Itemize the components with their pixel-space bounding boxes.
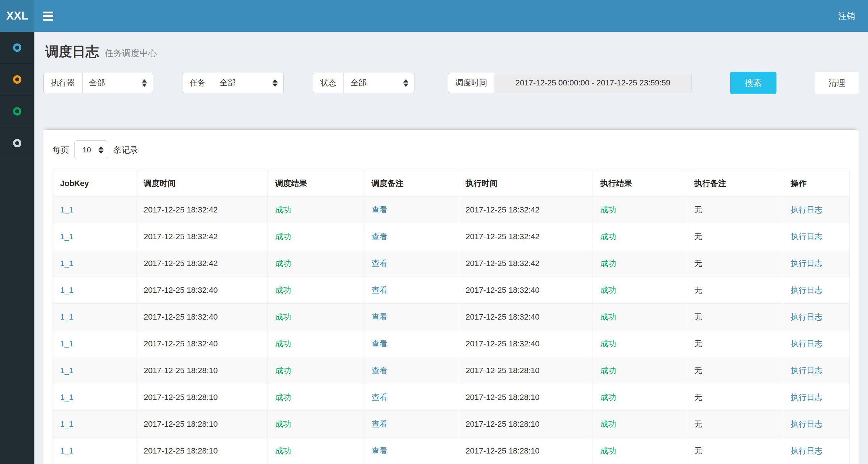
clear-log-button[interactable]: 清理 (815, 72, 859, 94)
select-arrows-icon (98, 146, 104, 154)
trigger-time-range-input[interactable]: 2017-12-25 00:00:00 - 2017-12-25 23:59:5… (494, 73, 692, 93)
trigger-result-text: 成功 (275, 339, 291, 348)
trigger-msg-view-link[interactable]: 查看 (372, 446, 388, 455)
handle-result-text: 成功 (600, 366, 616, 375)
per-page-prefix-label: 每页 (52, 144, 69, 156)
jobkey-link[interactable]: 1_1 (60, 312, 73, 321)
app-logo[interactable]: XXL (0, 0, 34, 32)
handle-msg-cell: 无 (687, 330, 783, 357)
jobkey-link[interactable]: 1_1 (60, 259, 73, 268)
page-title: 调度日志 (45, 44, 99, 59)
table-row: 1_1 2017-12-25 18:32:42 成功 查看 2017-12-25… (53, 223, 850, 250)
trigger-msg-view-link[interactable]: 查看 (372, 312, 388, 321)
status-filter-select[interactable]: 全部 (344, 73, 414, 93)
jobkey-link[interactable]: 1_1 (60, 446, 73, 455)
trigger-msg-view-link[interactable]: 查看 (372, 366, 388, 375)
top-navbar: XXL 注销 (0, 0, 868, 32)
executor-filter-select[interactable]: 全部 (82, 73, 153, 93)
page-subtitle: 任务调度中心 (105, 48, 157, 58)
trigger-time-cell: 2017-12-25 18:32:40 (136, 330, 268, 357)
handle-result-text: 成功 (600, 339, 616, 348)
sidebar-toggle-button[interactable] (34, 0, 62, 32)
trigger-msg-view-link[interactable]: 查看 (372, 286, 388, 295)
trigger-result-text: 成功 (275, 393, 291, 402)
exec-log-link[interactable]: 执行日志 (791, 366, 822, 375)
exec-log-link[interactable]: 执行日志 (791, 339, 822, 348)
circle-icon (13, 139, 21, 147)
select-arrows-icon (273, 79, 278, 87)
table-row: 1_1 2017-12-25 18:32:42 成功 查看 2017-12-25… (53, 250, 850, 277)
trigger-result-text: 成功 (275, 366, 291, 375)
table-row: 1_1 2017-12-25 18:28:10 成功 查看 2017-12-25… (53, 384, 850, 411)
trigger-result-text: 成功 (275, 232, 291, 241)
trigger-msg-view-link[interactable]: 查看 (372, 339, 388, 348)
jobkey-link[interactable]: 1_1 (60, 393, 73, 402)
trigger-time-cell: 2017-12-25 18:32:40 (136, 277, 268, 304)
logout-link[interactable]: 注销 (838, 10, 855, 22)
log-panel: 每页 10 条记录 JobKey 调度时间 调度结果 调度备注 执行时间 执行结… (43, 130, 859, 464)
trigger-msg-view-link[interactable]: 查看 (372, 393, 388, 402)
trigger-time-cell: 2017-12-25 18:32:42 (136, 250, 268, 277)
col-header-handle-time: 执行时间 (458, 170, 593, 197)
executor-filter-group: 执行器 全部 (43, 73, 153, 93)
log-table: JobKey 调度时间 调度结果 调度备注 执行时间 执行结果 执行备注 操作 … (52, 170, 850, 464)
trigger-msg-view-link[interactable]: 查看 (372, 259, 388, 268)
exec-log-link[interactable]: 执行日志 (791, 312, 822, 321)
trigger-msg-view-link[interactable]: 查看 (372, 232, 388, 241)
page-header: 调度日志 任务调度中心 (34, 32, 868, 68)
handle-result-text: 成功 (600, 446, 616, 455)
filter-toolbar: 执行器 全部 任务 全部 状态 全部 调度时间 2017-12-25 00: (34, 68, 868, 102)
trigger-msg-view-link[interactable]: 查看 (372, 205, 388, 214)
handle-result-text: 成功 (600, 232, 616, 241)
per-page-select[interactable]: 10 (74, 140, 108, 159)
jobkey-link[interactable]: 1_1 (60, 339, 73, 348)
handle-time-cell: 2017-12-25 18:28:10 (458, 384, 593, 411)
table-row: 1_1 2017-12-25 18:28:10 成功 查看 2017-12-25… (53, 438, 850, 464)
table-header-row: JobKey 调度时间 调度结果 调度备注 执行时间 执行结果 执行备注 操作 (53, 170, 850, 197)
circle-icon (13, 107, 21, 115)
handle-time-cell: 2017-12-25 18:32:42 (458, 223, 593, 250)
sidebar-item-job-log[interactable] (0, 96, 34, 127)
jobkey-link[interactable]: 1_1 (60, 366, 73, 375)
trigger-time-filter-group: 调度时间 2017-12-25 00:00:00 - 2017-12-25 23… (448, 73, 692, 93)
table-row: 1_1 2017-12-25 18:32:40 成功 查看 2017-12-25… (53, 277, 850, 304)
hamburger-icon (43, 12, 53, 21)
col-header-trigger-result: 调度结果 (268, 170, 364, 197)
trigger-time-cell: 2017-12-25 18:28:10 (136, 438, 268, 464)
jobkey-link[interactable]: 1_1 (60, 232, 73, 241)
handle-result-text: 成功 (600, 205, 616, 214)
per-page-control: 每页 10 条记录 (52, 140, 850, 159)
per-page-suffix-label: 条记录 (113, 144, 138, 156)
table-row: 1_1 2017-12-25 18:32:40 成功 查看 2017-12-25… (53, 304, 850, 330)
table-row: 1_1 2017-12-25 18:28:10 成功 查看 2017-12-25… (53, 411, 850, 438)
trigger-time-cell: 2017-12-25 18:28:10 (136, 411, 268, 438)
trigger-result-text: 成功 (275, 312, 291, 321)
jobkey-link[interactable]: 1_1 (60, 286, 73, 295)
exec-log-link[interactable]: 执行日志 (791, 286, 822, 295)
job-filter-select[interactable]: 全部 (213, 73, 284, 93)
exec-log-link[interactable]: 执行日志 (791, 205, 822, 214)
exec-log-link[interactable]: 执行日志 (791, 259, 822, 268)
exec-log-link[interactable]: 执行日志 (791, 419, 822, 429)
sidebar-item-help[interactable] (0, 127, 34, 159)
trigger-msg-view-link[interactable]: 查看 (372, 419, 388, 429)
exec-log-link[interactable]: 执行日志 (791, 232, 822, 241)
sidebar-item-job-manage[interactable] (0, 64, 34, 96)
job-filter-label: 任务 (182, 73, 213, 93)
trigger-result-text: 成功 (275, 446, 291, 455)
trigger-time-cell: 2017-12-25 18:28:10 (136, 357, 268, 384)
exec-log-link[interactable]: 执行日志 (791, 393, 822, 402)
trigger-time-cell: 2017-12-25 18:32:42 (136, 223, 268, 250)
handle-msg-cell: 无 (687, 223, 783, 250)
sidebar-item-dashboard[interactable] (0, 32, 34, 64)
handle-time-cell: 2017-12-25 18:28:10 (458, 357, 593, 384)
search-button[interactable]: 搜索 (730, 72, 776, 94)
exec-log-link[interactable]: 执行日志 (791, 446, 822, 455)
handle-time-cell: 2017-12-25 18:32:42 (458, 250, 593, 277)
handle-result-text: 成功 (600, 312, 616, 321)
jobkey-link[interactable]: 1_1 (60, 419, 73, 429)
trigger-result-text: 成功 (275, 286, 291, 295)
handle-msg-cell: 无 (687, 197, 783, 223)
handle-msg-cell: 无 (687, 250, 783, 277)
jobkey-link[interactable]: 1_1 (60, 205, 73, 214)
